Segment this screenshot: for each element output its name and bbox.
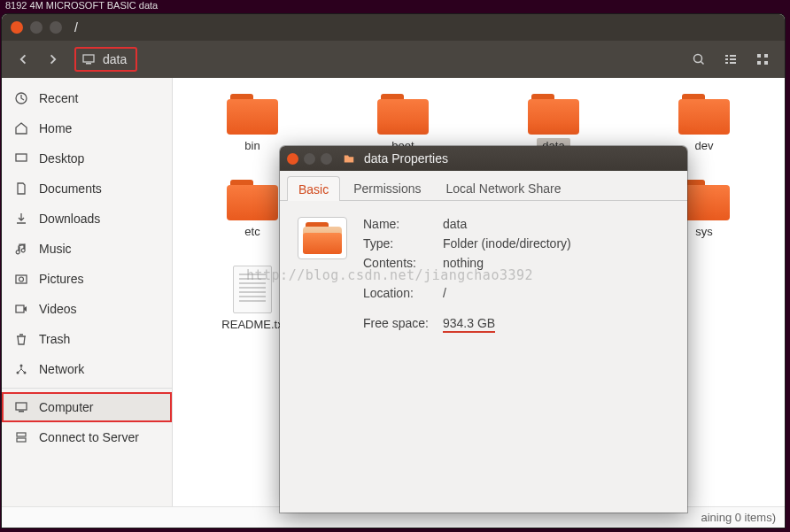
pictures-icon <box>14 272 28 286</box>
sidebar-item-desktop[interactable]: Desktop <box>2 143 172 173</box>
folder-icon <box>343 152 355 165</box>
desktop-icon <box>14 151 28 166</box>
svg-rect-5 <box>725 58 728 60</box>
sidebar-item-label: Network <box>39 362 84 376</box>
svg-rect-9 <box>757 54 761 58</box>
tab-local-network-share[interactable]: Local Network Share <box>434 175 572 200</box>
back-button[interactable] <box>11 47 35 72</box>
svg-rect-21 <box>16 403 27 410</box>
computer-icon <box>14 400 28 414</box>
svg-point-16 <box>19 277 24 281</box>
sidebar-item-label: Videos <box>39 302 77 316</box>
dialog-tabs: Basic Permissions Local Network Share <box>280 171 687 201</box>
desktop-topbar: 8192 4M MICROSOFT BASIC data <box>0 0 790 14</box>
properties-dialog: data Properties Basic Permissions Local … <box>280 146 687 513</box>
svg-rect-10 <box>764 54 768 58</box>
folder-icon <box>528 94 579 135</box>
dialog-titlebar[interactable]: data Properties <box>280 146 687 171</box>
sidebar-item-recent[interactable]: Recent <box>2 83 172 113</box>
sidebar-item-home[interactable]: Home <box>2 113 172 143</box>
file-label: README.tx <box>216 317 288 332</box>
file-item-dev[interactable]: dev <box>633 94 775 153</box>
svg-rect-15 <box>16 275 27 283</box>
sidebar-item-computer[interactable]: Computer <box>2 392 172 422</box>
music-icon <box>14 242 28 256</box>
close-icon[interactable] <box>11 21 23 34</box>
prop-location-label: Location: <box>363 286 443 300</box>
location-bar[interactable]: data <box>74 47 137 72</box>
svg-rect-0 <box>83 55 94 62</box>
maximize-icon[interactable] <box>50 21 62 34</box>
svg-point-2 <box>694 55 702 63</box>
prop-name-label: Name: <box>363 217 443 231</box>
svg-rect-24 <box>17 438 26 442</box>
svg-rect-4 <box>730 55 736 57</box>
videos-icon <box>14 302 28 316</box>
forward-button[interactable] <box>41 47 66 72</box>
sidebar-divider <box>2 388 172 389</box>
file-label: etc <box>239 224 265 239</box>
folder-icon <box>227 94 278 135</box>
sidebar-item-label: Recent <box>39 91 78 105</box>
sidebar-item-label: Documents <box>39 181 102 196</box>
folder-icon <box>377 94 429 135</box>
prop-name-value: data <box>443 217 467 231</box>
svg-rect-22 <box>19 411 24 412</box>
svg-rect-6 <box>730 58 736 60</box>
clock-icon <box>14 91 28 105</box>
prop-free-value: 934.3 GB <box>443 316 495 333</box>
svg-rect-7 <box>725 62 728 64</box>
sidebar-item-documents[interactable]: Documents <box>2 173 172 204</box>
sidebar-item-label: Trash <box>39 332 70 346</box>
sidebar-item-network[interactable]: Network <box>2 354 172 384</box>
view-list-button[interactable] <box>717 47 744 72</box>
sidebar-item-music[interactable]: Music <box>2 234 172 264</box>
sidebar-item-trash[interactable]: Trash <box>2 324 172 354</box>
sidebar-item-label: Computer <box>39 400 93 414</box>
svg-rect-14 <box>16 154 27 161</box>
home-icon <box>14 121 28 135</box>
sidebar-item-label: Home <box>39 121 72 135</box>
maximize-icon[interactable] <box>321 153 332 165</box>
tab-permissions[interactable]: Permissions <box>342 175 432 200</box>
minimize-icon[interactable] <box>30 21 43 34</box>
file-label: sys <box>690 224 718 239</box>
computer-icon <box>81 52 96 66</box>
svg-rect-11 <box>757 61 761 65</box>
dialog-title: data Properties <box>364 151 448 166</box>
view-grid-button[interactable] <box>749 47 776 72</box>
tab-basic[interactable]: Basic <box>287 176 340 201</box>
file-item-boot[interactable]: boot <box>332 94 474 153</box>
search-button[interactable] <box>685 47 712 72</box>
window-title: / <box>74 20 78 35</box>
svg-rect-3 <box>725 55 728 57</box>
svg-rect-17 <box>16 305 24 312</box>
prop-location-value: / <box>443 286 446 300</box>
minimize-icon[interactable] <box>304 153 315 165</box>
prop-contents-value: nothing <box>443 256 484 270</box>
sidebar-item-label: Downloads <box>39 212 100 226</box>
sidebar-item-label: Pictures <box>39 272 84 286</box>
dialog-thumbnail <box>298 217 347 259</box>
downloads-icon <box>14 212 28 226</box>
sidebar-item-videos[interactable]: Videos <box>2 294 172 324</box>
sidebar-item-downloads[interactable]: Downloads <box>2 204 172 234</box>
path-segment: data <box>103 52 127 66</box>
sidebar-item-connect[interactable]: Connect to Server <box>2 422 172 452</box>
sidebar-item-label: Music <box>39 242 72 256</box>
file-item-bin[interactable]: bin <box>182 94 323 153</box>
prop-type-label: Type: <box>363 236 443 251</box>
svg-rect-23 <box>17 433 26 436</box>
svg-rect-1 <box>86 63 91 65</box>
sidebar-item-pictures[interactable]: Pictures <box>2 264 172 294</box>
toolbar: data <box>2 41 785 78</box>
file-item-data[interactable]: data <box>483 94 624 153</box>
file-label: dev <box>690 138 719 153</box>
close-icon[interactable] <box>287 153 298 165</box>
sidebar: Recent Home Desktop Documents Downloads … <box>2 78 173 506</box>
file-label: bin <box>239 138 265 153</box>
prop-contents-label: Contents: <box>363 256 443 270</box>
window-titlebar[interactable]: / <box>2 14 785 41</box>
network-icon <box>14 362 28 376</box>
folder-icon <box>227 180 278 220</box>
